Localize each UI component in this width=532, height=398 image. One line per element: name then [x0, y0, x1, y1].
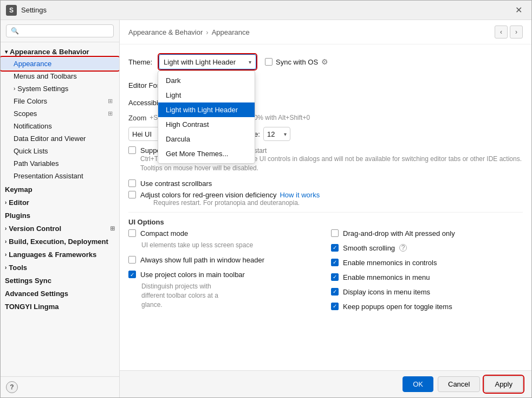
keep-popups-checkbox[interactable]: ✓ [331, 303, 339, 310]
theme-option-light[interactable]: Light [158, 88, 255, 102]
mnemonics-controls-checkbox[interactable]: ✓ [331, 259, 339, 266]
section-label: Build, Execution, Deployment [9, 237, 108, 246]
sidebar-section-appearance-behavior[interactable]: ▾ Appearance & Behavior [1, 44, 119, 57]
sidebar-item-label: Appearance [14, 60, 51, 68]
theme-label: Theme: [128, 58, 152, 66]
window-title: Settings [21, 6, 511, 14]
project-colors-check-row: ✓ Use project colors in main toolbar [128, 271, 320, 279]
sidebar-section-languages[interactable]: › Languages & Frameworks [1, 247, 119, 260]
cancel-button[interactable]: Cancel [438, 376, 480, 392]
help-button[interactable]: ? [6, 381, 18, 393]
theme-dropdown-menu: Dark Light Light with Light Header High … [158, 70, 255, 164]
contrast-scrollbars-checkbox[interactable] [128, 179, 136, 187]
project-colors-label: Use project colors in main toolbar [140, 271, 245, 279]
ok-button[interactable]: OK [403, 376, 433, 392]
sidebar-section-tools[interactable]: › Tools [1, 260, 119, 273]
smooth-scroll-checkbox[interactable]: ✓ [331, 244, 339, 252]
section-label: Keymap [5, 185, 33, 194]
project-colors-checkbox[interactable]: ✓ [128, 271, 136, 278]
sidebar-section-tongyi[interactable]: TONGYI Lingma [1, 299, 119, 312]
full-path-checkbox[interactable] [128, 256, 136, 264]
scopes-badge: ⊞ [108, 110, 113, 117]
font-name-value: Hei UI [132, 130, 152, 138]
section-arrow: › [5, 265, 7, 271]
breadcrumb-nav: ‹ › [495, 25, 523, 38]
main-content: ▾ Appearance & Behavior Appearance Menus… [1, 20, 531, 397]
section-label: TONGYI Lingma [5, 303, 59, 311]
sidebar-section-editor[interactable]: › Editor [1, 195, 119, 208]
sidebar-item-notifications[interactable]: Notifications [1, 120, 119, 132]
project-colors-hint: Distinguish projects withdifferent toolb… [141, 282, 320, 309]
section-arrow: › [5, 252, 7, 258]
sidebar-section-advanced-settings[interactable]: Advanced Settings [1, 286, 119, 299]
sidebar-section-plugins[interactable]: Plugins [1, 208, 119, 221]
sidebar-item-label: Scopes [14, 110, 37, 118]
sync-with-os-checkbox[interactable] [265, 58, 273, 66]
section-label: Settings Sync [5, 277, 51, 285]
section-label: Advanced Settings [5, 290, 68, 298]
zoom-label: Zoom [128, 114, 146, 122]
close-button[interactable]: ✕ [511, 3, 526, 18]
color-adjust-row: Adjust colors for red-green vision defic… [128, 191, 523, 207]
screen-readers-checkbox[interactable] [128, 146, 136, 154]
theme-option-light-header[interactable]: Light with Light Header [158, 102, 255, 117]
sync-gear-icon[interactable]: ⚙ [321, 57, 328, 66]
sidebar-item-system-settings[interactable]: › System Settings [1, 82, 119, 95]
font-size-value: 12 [267, 130, 275, 138]
sidebar-section-settings-sync[interactable]: Settings Sync [1, 273, 119, 286]
sidebar-item-label: Path Variables [14, 159, 59, 168]
theme-select[interactable]: Light with Light Header ▾ [159, 54, 256, 69]
project-colors-row: ✓ Use project colors in main toolbar Dis… [128, 271, 320, 312]
search-box [1, 20, 119, 42]
display-icons-checkbox[interactable]: ✓ [331, 288, 339, 296]
sidebar-section-build[interactable]: › Build, Execution, Deployment [1, 234, 119, 247]
sidebar-item-menus-toolbars[interactable]: Menus and Toolbars [1, 70, 119, 82]
keep-popups-row: ✓ Keep popups open for toggle items [331, 303, 523, 311]
theme-option-more[interactable]: Get More Themes... [158, 146, 255, 161]
sidebar-item-data-editor[interactable]: Data Editor and Viewer [1, 132, 119, 145]
theme-option-dark[interactable]: Dark [158, 73, 255, 88]
sidebar-item-file-colors[interactable]: File Colors ⊞ [1, 95, 119, 107]
mnemonics-menu-checkbox[interactable]: ✓ [331, 273, 339, 281]
keep-popups-label: Keep popups open for toggle items [343, 303, 452, 311]
breadcrumb-back-button[interactable]: ‹ [495, 25, 508, 38]
sidebar-item-presentation-assistant[interactable]: Presentation Assistant [1, 170, 119, 182]
sidebar-item-label: Data Editor and Viewer [14, 134, 86, 143]
color-adjust-hint: Requires restart. For protanopia and deu… [153, 199, 320, 207]
vc-badge: ⊞ [110, 225, 115, 232]
section-label: Tools [9, 264, 27, 272]
display-icons-row: ✓ Display icons in menu items [331, 288, 523, 296]
theme-option-darcula[interactable]: Darcula [158, 132, 255, 146]
sidebar-nav: ▾ Appearance & Behavior Appearance Menus… [1, 42, 119, 376]
theme-selected-value: Light with Light Header [164, 58, 236, 66]
sidebar-item-label: System Settings [17, 85, 68, 93]
compact-mode-checkbox[interactable] [128, 229, 136, 237]
how-it-works-link[interactable]: How it works [280, 191, 320, 199]
drag-drop-checkbox[interactable] [331, 229, 339, 237]
apply-button[interactable]: Apply [484, 376, 523, 392]
search-input[interactable] [6, 24, 114, 37]
sidebar-item-appearance[interactable]: Appearance [1, 57, 119, 70]
sidebar-item-scopes[interactable]: Scopes ⊞ [1, 107, 119, 120]
mnemonics-menu-label: Enable mnemonics in menu [343, 273, 430, 281]
sidebar-item-path-variables[interactable]: Path Variables [1, 157, 119, 170]
section-label: Editor [9, 198, 29, 207]
color-adjust-checkbox[interactable] [128, 191, 136, 198]
sidebar-item-quick-lists[interactable]: Quick Lists [1, 145, 119, 157]
section-label: Languages & Frameworks [9, 251, 96, 259]
contrast-scrollbars-label: Use contrast scrollbars [140, 179, 212, 188]
smooth-scroll-row: ✓ Smooth scrolling ? [331, 244, 523, 252]
theme-option-high-contrast[interactable]: High Contrast [158, 117, 255, 132]
sidebar-item-label: Quick Lists [14, 147, 48, 155]
display-icons-label: Display icons in menu items [343, 288, 430, 296]
font-size-input[interactable]: 12 ▾ [263, 127, 290, 141]
mnemonics-menu-row: ✓ Enable mnemonics in menu [331, 273, 523, 281]
smooth-scroll-label: Smooth scrolling [343, 244, 395, 252]
breadcrumb-forward-button[interactable]: › [510, 25, 523, 38]
sidebar-section-version-control[interactable]: › Version Control ⊞ [1, 221, 119, 234]
file-colors-badge: ⊞ [108, 98, 113, 105]
compact-mode-row: Compact mode UI elements take up less sc… [128, 229, 320, 253]
section-label: Plugins [5, 211, 30, 220]
sidebar-section-keymap[interactable]: Keymap [1, 182, 119, 195]
sidebar: ▾ Appearance & Behavior Appearance Menus… [1, 20, 120, 397]
